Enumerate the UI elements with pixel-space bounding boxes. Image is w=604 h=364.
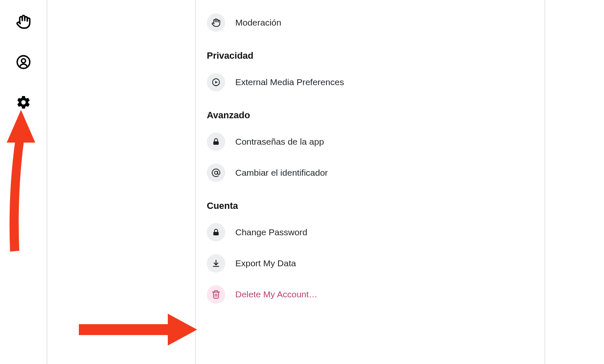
sidebar [0,0,47,364]
arrow-to-delete-account [79,314,197,346]
sidebar-moderation[interactable] [15,14,32,31]
settings-panel: Moderación Privacidad External Media Pre… [195,0,545,364]
hand-icon [16,14,31,31]
row-label: Export My Data [235,258,296,268]
section-title-privacy: Privacidad [207,50,544,61]
svg-point-0 [17,56,30,68]
row-label: Delete My Account… [235,289,318,299]
row-change-password[interactable]: Change Password [207,219,544,246]
svg-point-1 [21,59,26,63]
row-delete-account[interactable]: Delete My Account… [207,281,544,308]
svg-rect-6 [213,232,219,235]
row-moderation[interactable]: Moderación [207,9,544,36]
download-icon [207,254,225,273]
trash-icon [207,285,225,304]
svg-rect-8 [79,324,171,335]
svg-point-5 [214,171,217,174]
svg-marker-9 [168,314,197,346]
row-app-passwords[interactable]: Contraseñas de la app [207,128,544,155]
section-title-account: Cuenta [207,200,544,211]
hand-icon [207,13,225,32]
sidebar-profile[interactable] [15,55,32,71]
sidebar-settings[interactable] [15,95,32,112]
row-label: Cambiar el identificador [235,168,328,178]
gear-icon [16,95,31,112]
settings-content: Moderación Privacidad External Media Pre… [196,0,544,308]
row-label: Contraseñas de la app [235,137,324,147]
lock-icon [207,133,225,151]
at-icon [207,164,225,182]
svg-rect-4 [213,141,219,145]
row-export-data[interactable]: Export My Data [207,250,544,277]
play-icon [207,73,225,91]
row-label: External Media Preferences [235,77,344,87]
lock-icon [207,223,225,242]
row-change-handle[interactable]: Cambiar el identificador [207,159,544,186]
svg-marker-3 [215,81,218,83]
section-title-advanced: Avanzado [207,110,544,121]
profile-icon [16,55,31,71]
row-label: Change Password [235,227,307,237]
row-external-media[interactable]: External Media Preferences [207,69,544,96]
row-label: Moderación [235,18,281,28]
